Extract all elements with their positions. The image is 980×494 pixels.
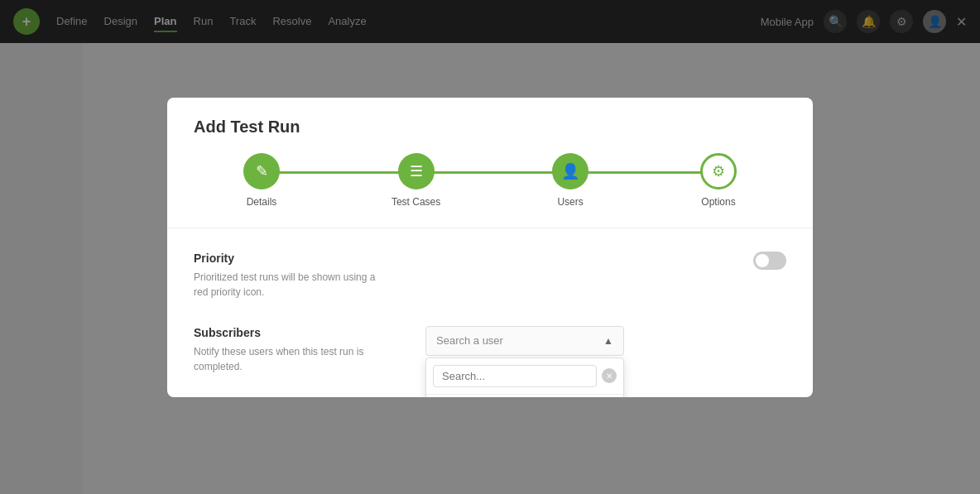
subscribers-right: Search a user ▲ ✕ FC <box>425 326 786 356</box>
step-details-label: Details <box>247 196 277 208</box>
step-details-circle: ✎ <box>243 153 280 189</box>
subscribers-section: Subscribers Notify these users when this… <box>194 326 786 374</box>
step-users[interactable]: 👤 Users <box>552 153 588 208</box>
search-clear-icon[interactable]: ✕ <box>602 368 617 383</box>
step-test-cases-label: Test Cases <box>392 196 440 208</box>
subscribers-dropdown: Search a user ▲ ✕ FC <box>425 326 624 356</box>
priority-description: Prioritized test runs will be shown usin… <box>194 270 392 300</box>
subscribers-dropdown-trigger[interactable]: Search a user ▲ <box>425 326 624 356</box>
priority-left: Priority Prioritized test runs will be s… <box>194 252 392 300</box>
list-item[interactable]: FC Frank Cole <box>426 395 623 397</box>
modal-body: Priority Prioritized test runs will be s… <box>167 228 813 397</box>
step-users-circle: 👤 <box>552 153 588 189</box>
chevron-up-icon: ▲ <box>603 335 613 347</box>
priority-right <box>425 252 786 270</box>
priority-title: Priority <box>194 252 392 265</box>
stepper-line <box>276 171 704 174</box>
priority-section: Priority Prioritized test runs will be s… <box>194 252 786 300</box>
search-box: ✕ <box>426 358 623 395</box>
add-test-run-modal: Add Test Run ✎ Details ☰ Test Cases 👤 Us… <box>167 98 813 397</box>
step-options-label: Options <box>701 196 735 208</box>
step-test-cases[interactable]: ☰ Test Cases <box>392 153 440 208</box>
dropdown-placeholder: Search a user <box>436 334 503 347</box>
modal-header: Add Test Run ✎ Details ☰ Test Cases 👤 Us… <box>167 98 813 228</box>
subscribers-description: Notify these users when this test run is… <box>194 344 392 374</box>
subscribers-left: Subscribers Notify these users when this… <box>194 326 392 374</box>
step-details[interactable]: ✎ Details <box>243 153 280 208</box>
search-input[interactable] <box>433 365 597 387</box>
step-users-label: Users <box>557 196 583 208</box>
subscribers-dropdown-panel: ✕ FC Frank Cole R <box>425 357 624 397</box>
priority-toggle[interactable] <box>753 252 786 270</box>
step-options-circle: ⚙ <box>700 153 737 189</box>
stepper: ✎ Details ☰ Test Cases 👤 Users ⚙ Options <box>194 153 786 208</box>
user-list: FC Frank Cole RC René Ceelen <box>426 395 623 397</box>
step-options[interactable]: ⚙ Options <box>700 153 737 208</box>
step-test-cases-circle: ☰ <box>398 153 435 189</box>
modal-title: Add Test Run <box>194 118 786 137</box>
subscribers-title: Subscribers <box>194 326 392 339</box>
